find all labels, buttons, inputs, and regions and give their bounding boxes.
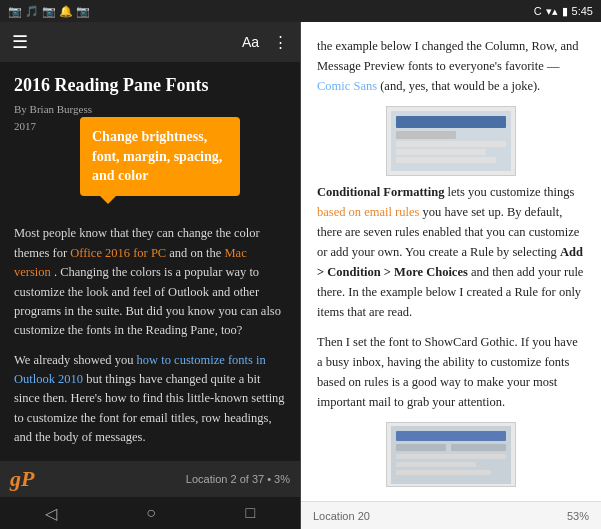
article-title: 2016 Reading Pane Fonts (14, 74, 286, 97)
svg-rect-9 (451, 444, 506, 451)
svg-rect-2 (396, 131, 456, 139)
hamburger-icon[interactable]: ☰ (12, 31, 28, 53)
section-title: Customize Outlook 2016 Reading Pane Font… (14, 458, 286, 461)
left-bottom-bar: gP Location 2 of 37 • 3% (0, 461, 300, 497)
comic-sans-link[interactable]: Comic Sans (317, 79, 377, 93)
right-para-2: Then I set the font to ShowCard Gothic. … (317, 332, 585, 412)
svg-rect-10 (396, 454, 506, 459)
right-bottom-bar: Location 20 53% (301, 501, 601, 529)
svg-rect-12 (396, 470, 491, 475)
screenshot-1 (386, 106, 516, 176)
office-2016-link[interactable]: Office 2016 for PC (70, 246, 166, 260)
more-options-icon[interactable]: ⋮ (273, 33, 288, 51)
svg-rect-5 (396, 157, 496, 163)
article-para-2: We already showed you how to customize f… (14, 351, 286, 448)
battery-icon: ▮ (562, 5, 568, 18)
right-percent-text: 53% (567, 510, 589, 522)
back-button[interactable]: ◁ (45, 504, 57, 523)
font-size-button[interactable]: Aa (242, 34, 259, 50)
svg-rect-11 (396, 462, 476, 467)
wifi-icon: ▾▴ (546, 5, 558, 18)
right-para-cf: Conditional Formatting lets you customiz… (317, 182, 585, 322)
right-para-1: the example below I changed the Column, … (317, 36, 585, 96)
signal-icon: C (534, 5, 542, 17)
svg-rect-3 (396, 141, 506, 147)
tooltip-popup: Change brightness, font, margin, spacing… (80, 117, 240, 196)
android-nav-bar: ◁ ○ □ (0, 497, 300, 529)
svg-rect-8 (396, 444, 446, 451)
svg-rect-4 (396, 149, 486, 155)
home-button[interactable]: ○ (146, 504, 156, 522)
status-left-icons: 📷 🎵 📷 🔔 📷 (8, 5, 90, 18)
right-location-text: Location 20 (313, 510, 370, 522)
status-right-icons: C ▾▴ ▮ 5:45 (534, 5, 593, 18)
time-display: 5:45 (572, 5, 593, 17)
left-toolbar: ☰ Aa ⋮ (0, 22, 300, 62)
content-area: ☰ Aa ⋮ 2016 Reading Pane Fonts By Brian … (0, 22, 601, 529)
svg-rect-1 (396, 116, 506, 128)
status-bar: 📷 🎵 📷 🔔 📷 C ▾▴ ▮ 5:45 (0, 0, 601, 22)
svg-rect-7 (396, 431, 506, 441)
left-article-content: 2016 Reading Pane Fonts By Brian Burgess… (0, 62, 300, 461)
left-panel: ☰ Aa ⋮ 2016 Reading Pane Fonts By Brian … (0, 22, 300, 529)
right-article-content: the example below I changed the Column, … (301, 22, 601, 501)
left-location-text: Location 2 of 37 • 3% (186, 473, 290, 485)
right-panel: the example below I changed the Column, … (301, 22, 601, 529)
gp-logo: gP (10, 466, 34, 492)
notification-icons: 📷 🎵 📷 🔔 📷 (8, 5, 90, 18)
recents-button[interactable]: □ (246, 504, 256, 522)
article-para-1: Most people know that they can change th… (14, 224, 286, 340)
screenshot-2 (386, 422, 516, 487)
toolbar-right: Aa ⋮ (242, 33, 288, 51)
